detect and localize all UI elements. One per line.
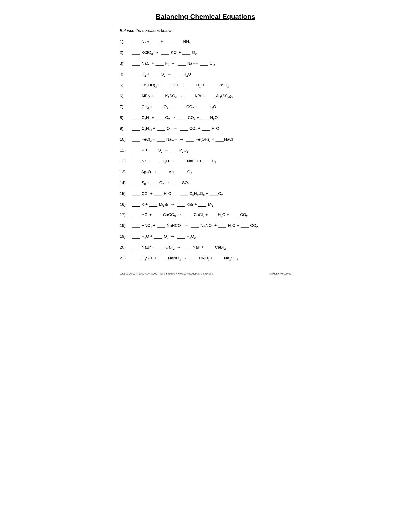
equation-number: 20) xyxy=(120,245,131,250)
equation-row: 7) CH4 + O2 → CO2 + H2O xyxy=(120,104,291,110)
equation-number: 5) xyxy=(120,82,131,88)
equations-list: 1) N2 + H2 → NH32) KClO3 → KCl + O23) Na… xyxy=(120,39,291,262)
equation-content: NaBr + CaF2 → NaF + CaBr2 xyxy=(131,245,226,251)
equation-number: 9) xyxy=(120,126,131,132)
equation-row: 11) P + O2 → P2O5 xyxy=(120,147,291,154)
equation-row: 4) H2 + O2 → H2O xyxy=(120,72,291,78)
equation-number: 17) xyxy=(120,212,131,218)
equation-row: 14) S8 + O2 → SO3 xyxy=(120,180,291,186)
equation-row: 13) Ag2O → Ag + O2 xyxy=(120,169,291,175)
equation-row: 5) Pb(OH)2 + HCl → H2O + PbCl2 xyxy=(120,82,291,88)
equation-number: 8) xyxy=(120,115,131,121)
equation-number: 19) xyxy=(120,234,131,239)
footer-left: WKS001x019 © 2000 Cavalcade Publishing (… xyxy=(120,272,213,275)
equation-content: Na + H2O → NaOH + H2 xyxy=(131,158,216,164)
equation-content: K + MgBr → KBr + Mg xyxy=(131,202,214,208)
equation-content: NaCl + F2 → NaF + Cl2 xyxy=(131,61,215,67)
equation-row: 20) NaBr + CaF2 → NaF + CaBr2 xyxy=(120,245,291,251)
equation-row: 15) CO2 + H2O → C6H12O6 + O2 xyxy=(120,191,291,197)
equation-row: 1) N2 + H2 → NH3 xyxy=(120,39,291,45)
equation-content: P + O2 → P2O5 xyxy=(131,147,188,154)
page-footer: WKS001x019 © 2000 Cavalcade Publishing (… xyxy=(120,272,291,275)
equation-row: 12) Na + H2O → NaOH + H2 xyxy=(120,158,291,164)
equation-row: 3) NaCl + F2 → NaF + Cl2 xyxy=(120,61,291,67)
equation-content: H2O + O2 → H2O2 xyxy=(131,234,196,240)
equation-number: 1) xyxy=(120,39,131,45)
equation-content: C3H8 + O2 → CO2 + H2O xyxy=(131,115,218,121)
equation-row: 16) K + MgBr → KBr + Mg xyxy=(120,202,291,208)
equation-number: 6) xyxy=(120,93,131,99)
equation-content: N2 + H2 → NH3 xyxy=(131,39,191,45)
equation-content: CO2 + H2O → C6H12O6 + O2 xyxy=(131,191,223,197)
equation-content: FeCl3 + NaOH → Fe(OH)3 + NaCl xyxy=(131,137,233,143)
equation-content: C8H18 + O2 → CO2 + H2O xyxy=(131,126,219,132)
equation-row: 17) HCl + CaCO3 → CaCl2 + H2O + CO2 xyxy=(120,212,291,218)
equation-content: HCl + CaCO3 → CaCl2 + H2O + CO2 xyxy=(131,212,248,218)
equation-content: Ag2O → Ag + O2 xyxy=(131,169,192,175)
equation-number: 4) xyxy=(120,72,131,77)
equation-number: 3) xyxy=(120,61,131,66)
page-subtitle: Balance the equations below: xyxy=(120,28,291,33)
equation-number: 15) xyxy=(120,191,131,197)
equation-number: 12) xyxy=(120,158,131,164)
equation-row: 9) C8H18 + O2 → CO2 + H2O xyxy=(120,126,291,132)
equation-content: HNO3 + NaHCO3 → NaNO3 + H2O + CO2 xyxy=(131,223,258,229)
equation-number: 16) xyxy=(120,202,131,208)
equation-number: 13) xyxy=(120,169,131,175)
equation-content: Pb(OH)2 + HCl → H2O + PbCl2 xyxy=(131,82,229,88)
page-title: Balancing Chemical Equations xyxy=(120,13,291,21)
equation-number: 2) xyxy=(120,50,131,56)
equation-content: AlBr3 + K2SO4 → KBr + Al2(SO4)3 xyxy=(131,93,233,99)
equation-content: CH4 + O2 → CO2 + H2O xyxy=(131,104,216,110)
equation-content: H2SO4 + NaNO2 → HNO2 + Na2SO4 xyxy=(131,255,238,262)
equation-number: 18) xyxy=(120,223,131,228)
footer-right: All Rights Reserved xyxy=(269,272,291,275)
equation-row: 10) FeCl3 + NaOH → Fe(OH)3 + NaCl xyxy=(120,137,291,143)
equation-number: 21) xyxy=(120,255,131,261)
equation-number: 7) xyxy=(120,104,131,110)
equation-row: 6) AlBr3 + K2SO4 → KBr + Al2(SO4)3 xyxy=(120,93,291,99)
equation-row: 2) KClO3 → KCl + O2 xyxy=(120,50,291,56)
equation-row: 21) H2SO4 + NaNO2 → HNO2 + Na2SO4 xyxy=(120,255,291,262)
equation-content: S8 + O2 → SO3 xyxy=(131,180,189,186)
equation-row: 18) HNO3 + NaHCO3 → NaNO3 + H2O + CO2 xyxy=(120,223,291,229)
equation-number: 10) xyxy=(120,137,131,142)
equation-row: 19) H2O + O2 → H2O2 xyxy=(120,234,291,240)
equation-row: 8) C3H8 + O2 → CO2 + H2O xyxy=(120,115,291,121)
equation-number: 11) xyxy=(120,147,131,153)
equation-number: 14) xyxy=(120,180,131,186)
equation-content: H2 + O2 → H2O xyxy=(131,72,191,78)
equation-content: KClO3 → KCl + O2 xyxy=(131,50,196,56)
